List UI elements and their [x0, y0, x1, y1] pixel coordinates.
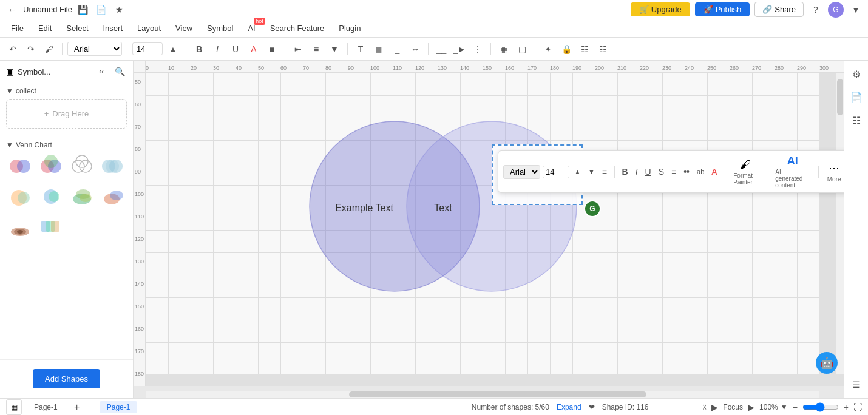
undo-button[interactable]: ↶ — [5, 41, 21, 57]
bold-button[interactable]: B — [191, 41, 207, 57]
venn-header[interactable]: ▼ Venn Chart — [6, 141, 127, 149]
play-btn[interactable]: ▶ — [748, 402, 754, 412]
focus-camera[interactable]: ▶ — [711, 402, 718, 412]
venn-shape-9[interactable] — [6, 214, 33, 240]
venn-shape-7[interactable] — [69, 183, 96, 210]
align-center[interactable]: ≡ — [308, 41, 324, 57]
fill-color[interactable]: ◼ — [371, 41, 387, 57]
align-left[interactable]: ⇤ — [290, 41, 306, 57]
float-font-select[interactable]: Arial — [503, 165, 540, 179]
float-font-up[interactable]: ▲ — [572, 167, 583, 177]
menu-view[interactable]: View — [169, 21, 198, 35]
group-btn[interactable]: ☷ — [577, 41, 592, 57]
line-end[interactable]: ⎯► — [452, 41, 467, 57]
back-button[interactable]: ← — [5, 2, 19, 17]
venn-shape-3[interactable] — [69, 153, 96, 180]
zoom-slider[interactable] — [802, 402, 839, 412]
font-color-button[interactable]: A — [246, 41, 262, 57]
menu-plugin[interactable]: Plugin — [333, 21, 367, 35]
arrange-btn[interactable]: ▦ — [496, 41, 512, 57]
float-underline[interactable]: U — [643, 166, 654, 178]
account-chevron[interactable]: ▼ — [849, 2, 863, 17]
zoom-in-btn[interactable]: + — [844, 402, 849, 412]
canvas-inner[interactable]: Example Text Text Example Text G 🤖 — [146, 73, 844, 386]
bottom-bar: ▦ Page-1 + Page-1 Number of shapes: 5/60… — [0, 398, 868, 415]
italic-button[interactable]: I — [209, 41, 225, 57]
underline-button[interactable]: U — [228, 41, 243, 57]
special-btn[interactable]: ✦ — [540, 41, 556, 57]
layers-btn[interactable]: ☓ — [702, 402, 707, 412]
add-shapes-button[interactable]: Add Shapes — [33, 369, 100, 388]
float-text-color[interactable]: A — [709, 166, 719, 178]
align-dropdown[interactable]: ▼ — [327, 41, 342, 57]
scroll-horizontal[interactable] — [146, 391, 819, 398]
right-style-btn[interactable]: ⚙ — [848, 66, 865, 83]
shape-props[interactable]: ▢ — [514, 41, 530, 57]
font-size-input[interactable] — [132, 42, 163, 55]
venn-shape-5[interactable] — [6, 183, 33, 210]
scroll-vertical[interactable] — [836, 73, 844, 374]
add-page-button[interactable]: + — [70, 400, 84, 414]
ruler-mark-190: 190 — [572, 65, 581, 72]
more-section[interactable]: ⋯ More — [824, 160, 844, 184]
expand-link[interactable]: Expand — [557, 403, 581, 411]
page-tab-active[interactable]: Page-1 — [100, 401, 138, 413]
line-style[interactable]: ⎯⎯ — [433, 41, 449, 57]
right-data-btn[interactable]: 📄 — [848, 89, 865, 106]
venn-shape-10[interactable] — [37, 214, 64, 240]
upgrade-button[interactable]: 🛒 Upgrade — [631, 2, 690, 16]
connector-btn[interactable]: ↔ — [407, 41, 423, 57]
venn-shape-4[interactable] — [100, 153, 127, 180]
format-painter-section[interactable]: 🖌 Format Painter — [730, 157, 761, 187]
drag-area[interactable]: + Drag Here — [6, 99, 127, 129]
star-icon[interactable]: ★ — [112, 2, 127, 17]
page-tab-1[interactable]: Page-1 — [27, 401, 65, 413]
venn-shape-2[interactable] — [37, 153, 64, 180]
sidebar-toggle[interactable]: ‹‹ — [94, 64, 109, 79]
font-family-select[interactable]: Arial — [67, 42, 122, 56]
venn-shape-6[interactable] — [37, 183, 64, 210]
lock-btn[interactable]: 🔒 — [558, 41, 574, 57]
float-font-down[interactable]: ▼ — [586, 167, 597, 177]
menu-search-feature[interactable]: Search Feature — [264, 21, 331, 35]
fullscreen-btn[interactable]: ⛶ — [853, 402, 862, 412]
collect-header[interactable]: ▼ collect — [6, 87, 127, 95]
float-strike[interactable]: S — [656, 166, 666, 178]
share-button[interactable]: 🔗 Share — [754, 2, 804, 17]
line-color[interactable]: ⎯ — [389, 41, 405, 57]
float-align[interactable]: ≡ — [600, 166, 609, 178]
right-grid-btn[interactable]: ☷ — [848, 112, 865, 129]
menu-insert[interactable]: Insert — [97, 21, 129, 35]
avatar[interactable]: G — [828, 2, 844, 18]
chatbot-button[interactable]: 🤖 — [816, 352, 838, 374]
help-icon[interactable]: ? — [809, 2, 823, 17]
format-painter-toolbar[interactable]: 🖌 — [41, 41, 57, 57]
export-icon[interactable]: 📄 — [94, 2, 109, 17]
publish-button[interactable]: 🚀 Publish — [695, 2, 750, 16]
float-list-indent[interactable]: ≡ — [669, 166, 679, 178]
menu-edit[interactable]: Edit — [32, 21, 58, 35]
line-dots[interactable]: ⋮ — [470, 41, 486, 57]
table-btn[interactable]: ☷ — [595, 41, 611, 57]
float-list[interactable]: •• — [681, 166, 692, 178]
float-bold[interactable]: B — [620, 166, 631, 178]
save-icon[interactable]: 💾 — [76, 2, 90, 17]
page-view-button[interactable]: ▦ — [6, 399, 22, 415]
font-bg-button[interactable]: ■ — [264, 41, 280, 57]
menu-select[interactable]: Select — [60, 21, 94, 35]
float-font-size[interactable] — [543, 166, 569, 178]
zoom-out-btn[interactable]: − — [793, 402, 798, 412]
text-style[interactable]: T — [353, 41, 368, 57]
font-size-up[interactable]: ▲ — [165, 41, 181, 57]
right-bottom-icon[interactable]: ☰ — [848, 376, 865, 393]
ai-content-section[interactable]: AI AI generated content — [771, 154, 813, 190]
menu-layout[interactable]: Layout — [131, 21, 167, 35]
menu-symbol[interactable]: Symbol — [201, 21, 239, 35]
venn-shape-8[interactable] — [100, 183, 127, 210]
menu-file[interactable]: File — [5, 21, 30, 35]
redo-button[interactable]: ↷ — [23, 41, 39, 57]
venn-shape-1[interactable] — [6, 153, 33, 180]
float-small-text[interactable]: ab — [694, 167, 707, 177]
float-italic[interactable]: I — [633, 166, 640, 178]
sidebar-search[interactable]: 🔍 — [112, 64, 127, 79]
